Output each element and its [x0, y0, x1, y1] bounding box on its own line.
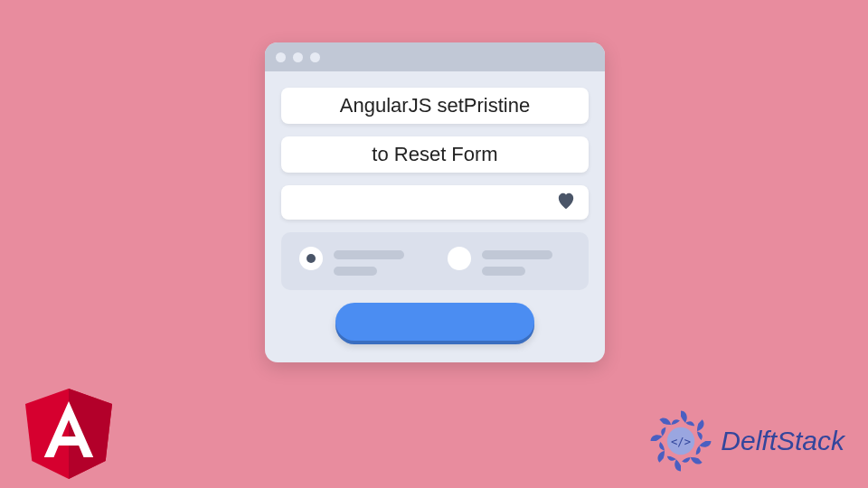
radio-section: [281, 232, 589, 290]
window-dot-2: [293, 52, 303, 62]
angular-shield-icon: [25, 389, 112, 479]
placeholder-line: [482, 267, 525, 276]
radio-1-label: [334, 247, 404, 276]
radio-option-2[interactable]: [448, 247, 552, 276]
radio-2-label: [482, 247, 552, 276]
heart-icon: [556, 192, 576, 214]
radio-option-1[interactable]: [299, 247, 404, 276]
delftstack-emblem-icon: </>: [646, 407, 715, 475]
titlebar: [265, 42, 605, 71]
form-window: AngularJS setPristine to Reset Form: [265, 42, 605, 362]
text-field-3[interactable]: [281, 185, 589, 220]
angular-logo: [25, 389, 112, 483]
delftstack-text: DelftStack: [721, 426, 844, 456]
text-field-2[interactable]: to Reset Form: [281, 136, 589, 173]
submit-button[interactable]: [335, 303, 534, 341]
text-field-1-value: AngularJS setPristine: [340, 94, 530, 117]
delftstack-logo: </> DelftStack: [646, 407, 844, 475]
placeholder-line: [334, 267, 377, 276]
svg-text:</>: </>: [671, 436, 691, 448]
window-dot-3: [310, 52, 320, 62]
placeholder-line: [334, 250, 404, 259]
radio-2[interactable]: [448, 247, 471, 270]
text-field-2-value: to Reset Form: [372, 143, 497, 166]
text-field-1[interactable]: AngularJS setPristine: [281, 88, 589, 124]
button-row: [281, 303, 589, 341]
window-dot-1: [276, 52, 286, 62]
window-body: AngularJS setPristine to Reset Form: [265, 71, 605, 362]
radio-1[interactable]: [299, 247, 323, 270]
placeholder-line: [482, 250, 552, 259]
